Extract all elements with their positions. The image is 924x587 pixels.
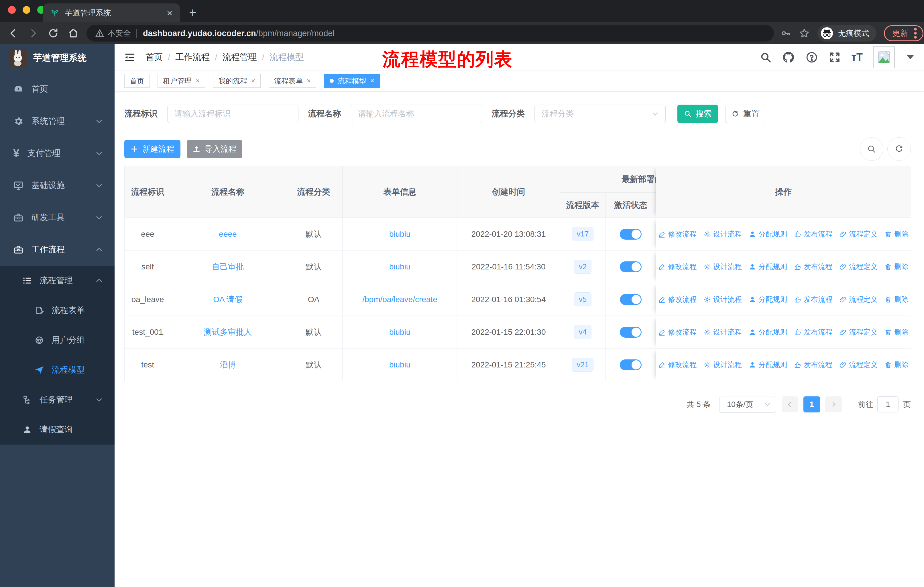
modify-process-action[interactable]: 修改流程	[658, 229, 696, 239]
sidebar-item-process-model[interactable]: 流程模型	[0, 355, 115, 385]
close-icon[interactable]: ×	[196, 77, 200, 85]
new-tab-button[interactable]: +	[189, 6, 196, 19]
modify-process-action[interactable]: 修改流程	[658, 360, 696, 369]
search-button[interactable]: 搜索	[677, 105, 718, 123]
delete-action[interactable]: 删除	[884, 294, 909, 304]
key-icon[interactable]	[780, 28, 791, 39]
delete-action[interactable]: 删除	[884, 262, 909, 271]
back-button[interactable]	[7, 28, 19, 39]
model-name-link[interactable]: eeee	[219, 230, 237, 239]
modify-process-action[interactable]: 修改流程	[658, 262, 696, 271]
assign-rule-action[interactable]: 分配规则	[749, 327, 787, 337]
sidebar-item-payment[interactable]: ¥ 支付管理	[0, 137, 115, 169]
table-refresh-button[interactable]	[887, 137, 911, 161]
model-name-link[interactable]: 测试多审批人	[204, 327, 252, 337]
search-icon[interactable]	[760, 51, 772, 63]
close-window-button[interactable]	[8, 6, 16, 14]
table-search-button[interactable]	[860, 137, 883, 161]
version-badge[interactable]: v5	[574, 293, 591, 306]
fullscreen-icon[interactable]	[828, 51, 841, 64]
help-icon[interactable]	[805, 51, 818, 64]
active-toggle[interactable]	[620, 294, 642, 305]
process-definition-action[interactable]: 流程定义	[839, 229, 878, 239]
sidebar-item-dev-tools[interactable]: 研发工具	[0, 202, 115, 233]
process-definition-action[interactable]: 流程定义	[839, 262, 878, 271]
reset-button[interactable]: 重置	[725, 105, 765, 123]
prev-page-button[interactable]	[782, 397, 798, 412]
sidebar-item-leave-query[interactable]: 请假查询	[0, 415, 115, 445]
page-1-button[interactable]: 1	[804, 397, 820, 412]
reload-button[interactable]	[48, 28, 59, 39]
close-icon[interactable]: ×	[251, 77, 255, 85]
tag-tenant-management[interactable]: 租户管理×	[158, 74, 205, 88]
github-icon[interactable]	[782, 51, 795, 64]
collapse-sidebar-button[interactable]	[124, 51, 136, 63]
version-badge[interactable]: v4	[574, 325, 591, 339]
modify-process-action[interactable]: 修改流程	[658, 327, 696, 337]
active-toggle[interactable]	[620, 327, 642, 337]
import-process-button[interactable]: 导入流程	[187, 140, 242, 158]
next-page-button[interactable]	[825, 397, 842, 412]
sidebar-item-process-management[interactable]: 流程管理	[0, 266, 115, 296]
avatar[interactable]	[873, 46, 895, 68]
home-button[interactable]	[68, 28, 79, 39]
publish-process-action[interactable]: 发布流程	[794, 327, 832, 337]
forward-button[interactable]	[28, 28, 39, 39]
sidebar-item-infrastructure[interactable]: 基础设施	[0, 169, 115, 202]
publish-process-action[interactable]: 发布流程	[794, 262, 832, 271]
version-badge[interactable]: v21	[572, 358, 594, 372]
design-process-action[interactable]: 设计流程	[703, 229, 742, 239]
process-category-select[interactable]: 流程分类	[535, 105, 666, 123]
modify-process-action[interactable]: 修改流程	[658, 294, 696, 304]
design-process-action[interactable]: 设计流程	[703, 262, 742, 271]
process-definition-action[interactable]: 流程定义	[839, 294, 878, 304]
active-toggle[interactable]	[620, 229, 642, 240]
tab-close-icon[interactable]: ×	[167, 8, 172, 18]
process-id-input[interactable]	[167, 105, 299, 123]
security-label[interactable]: 不安全	[108, 28, 131, 38]
design-process-action[interactable]: 设计流程	[703, 327, 742, 337]
model-name-link[interactable]: 自己审批	[212, 261, 244, 272]
tag-home[interactable]: 首页	[124, 74, 150, 88]
assign-rule-action[interactable]: 分配规则	[749, 262, 787, 271]
active-toggle[interactable]	[620, 261, 642, 272]
minimize-window-button[interactable]	[23, 6, 30, 14]
design-process-action[interactable]: 设计流程	[703, 294, 742, 304]
delete-action[interactable]: 删除	[884, 229, 909, 239]
breadcrumb-workflow[interactable]: 工作流程	[175, 51, 210, 63]
font-size-icon[interactable]: тT	[851, 51, 863, 63]
publish-process-action[interactable]: 发布流程	[794, 294, 832, 304]
process-name-input[interactable]	[351, 105, 482, 123]
delete-action[interactable]: 删除	[884, 327, 909, 337]
close-icon[interactable]: ×	[370, 77, 375, 85]
tag-my-process[interactable]: 我的流程×	[213, 74, 261, 88]
tag-process-form[interactable]: 流程表单×	[269, 74, 316, 88]
publish-process-action[interactable]: 发布流程	[794, 360, 832, 369]
breadcrumb-home[interactable]: 首页	[145, 51, 163, 63]
page-size-select[interactable]: 10条/页	[719, 396, 776, 413]
tag-process-model[interactable]: 流程模型×	[324, 74, 380, 88]
create-process-button[interactable]: 新建流程	[124, 140, 180, 158]
star-icon[interactable]	[799, 28, 810, 39]
sidebar-item-home[interactable]: 首页	[0, 73, 115, 105]
sidebar-item-user-group[interactable]: 用户分组	[0, 325, 115, 355]
sidebar-item-task-management[interactable]: 任务管理	[0, 385, 115, 415]
browser-tab[interactable]: 芋道管理系统 ×	[43, 3, 180, 22]
form-info-link[interactable]: biubiu	[389, 262, 411, 271]
process-definition-action[interactable]: 流程定义	[839, 360, 878, 369]
kebab-menu-icon[interactable]	[913, 27, 917, 40]
assign-rule-action[interactable]: 分配规则	[749, 229, 787, 239]
sidebar-item-system[interactable]: 系统管理	[0, 105, 115, 137]
delete-action[interactable]: 删除	[884, 360, 909, 369]
close-icon[interactable]: ×	[307, 77, 311, 85]
form-info-link[interactable]: biubiu	[389, 360, 411, 369]
sidebar-item-workflow[interactable]: 工作流程	[0, 233, 115, 266]
assign-rule-action[interactable]: 分配规则	[749, 360, 787, 369]
update-button[interactable]: 更新	[884, 25, 924, 41]
active-toggle[interactable]	[620, 359, 642, 370]
goto-page-input[interactable]	[877, 397, 899, 412]
model-name-link[interactable]: 滔博	[220, 359, 236, 370]
version-badge[interactable]: v17	[572, 227, 594, 241]
assign-rule-action[interactable]: 分配规则	[749, 294, 787, 304]
caret-down-icon[interactable]	[907, 55, 914, 60]
